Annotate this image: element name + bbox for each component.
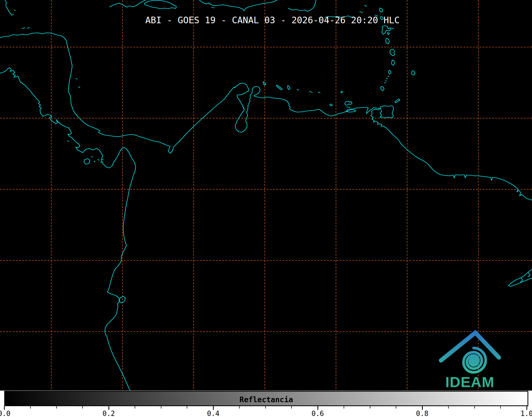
satellite-map-area: IDEAM ABI - GOES 19 - CANAL 03 - 2026-04… xyxy=(0,0,532,391)
colorbar-tick xyxy=(30,406,31,409)
colorbar-tick-label: 1.0 xyxy=(521,410,532,417)
colorbar-tick xyxy=(448,406,449,409)
colorbar-gradient-bar: Reflectancia xyxy=(4,391,528,406)
colorbar-tick xyxy=(187,406,187,409)
colorbar-tick xyxy=(474,406,475,409)
colorbar-tick xyxy=(265,406,266,409)
colorbar-tick xyxy=(108,406,109,410)
colorbar-tick xyxy=(370,406,370,409)
colorbar-strip: Reflectancia 0.00.20.40.60.81.0 xyxy=(0,391,532,417)
colorbar-tick-label: 0.6 xyxy=(312,410,324,417)
colorbar-tick xyxy=(82,406,83,409)
colorbar-tick xyxy=(239,406,240,409)
colorbar-tick-label: 0.2 xyxy=(103,410,115,417)
colorbar-tick-label: 0.0 xyxy=(0,410,10,417)
satellite-image-viewer: IDEAM ABI - GOES 19 - CANAL 03 - 2026-04… xyxy=(0,0,532,417)
colorbar-tick xyxy=(500,406,501,409)
ideam-logo-text: IDEAM xyxy=(445,374,494,390)
colorbar-tick xyxy=(56,406,57,409)
colorbar-tick xyxy=(526,406,527,410)
image-title: ABI - GOES 19 - CANAL 03 - 2026-04-26 20… xyxy=(145,15,400,25)
map-svg: IDEAM xyxy=(0,0,532,391)
colorbar-tick xyxy=(396,406,396,409)
colorbar-tick xyxy=(4,406,5,410)
colorbar-tick xyxy=(422,406,423,410)
colorbar-tick-label: 0.4 xyxy=(207,410,220,417)
colorbar-tick xyxy=(135,406,135,409)
colorbar-tick-label: 0.8 xyxy=(416,410,429,417)
colorbar-tick xyxy=(317,406,318,410)
colorbar-label: Reflectancia xyxy=(5,395,528,404)
colorbar-tick xyxy=(161,406,161,409)
colorbar-tick xyxy=(291,406,292,409)
colorbar-tick xyxy=(344,406,344,409)
colorbar-tick xyxy=(213,406,214,410)
map-background xyxy=(0,0,532,391)
